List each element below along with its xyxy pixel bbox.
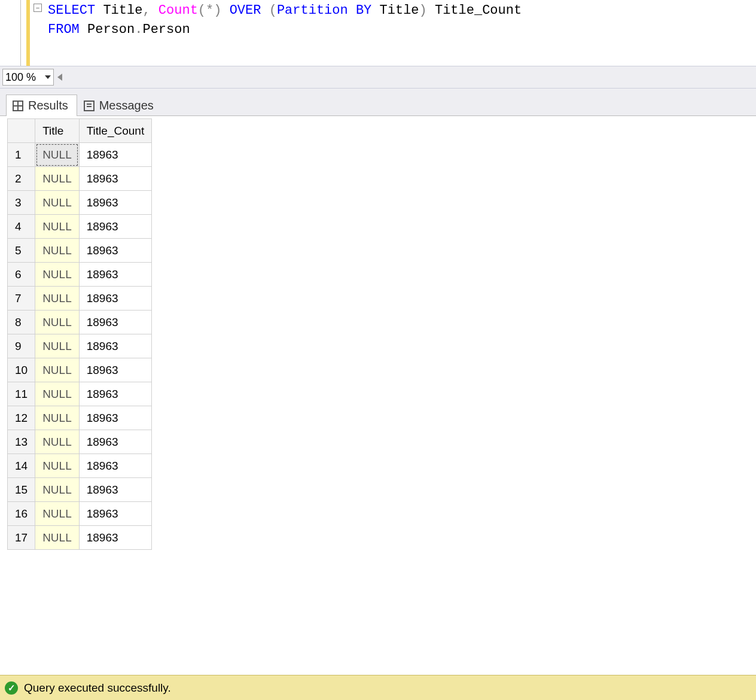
cell-title[interactable]: NULL [35, 143, 80, 167]
col-header-title[interactable]: Title [35, 119, 80, 143]
row-number[interactable]: 5 [8, 239, 35, 263]
table-row[interactable]: 17NULL18963 [8, 526, 152, 550]
kw-over: OVER [221, 3, 269, 18]
row-number[interactable]: 6 [8, 263, 35, 287]
row-number[interactable]: 10 [8, 358, 35, 382]
paren: ( [269, 3, 277, 18]
row-number[interactable]: 16 [8, 502, 35, 526]
cell-count[interactable]: 18963 [79, 311, 151, 334]
cell-title[interactable]: NULL [35, 287, 80, 311]
row-number[interactable]: 3 [8, 191, 35, 215]
cell-count[interactable]: 18963 [79, 334, 151, 358]
result-tabs: Results Messages [0, 89, 756, 116]
dot: . [135, 22, 142, 37]
chevron-down-icon [45, 75, 51, 79]
table-row[interactable]: 7NULL18963 [8, 287, 152, 311]
table-row[interactable]: 4NULL18963 [8, 215, 152, 239]
cell-title[interactable]: NULL [35, 526, 80, 550]
cell-title[interactable]: NULL [35, 478, 80, 502]
cell-title[interactable]: NULL [35, 502, 80, 526]
cell-title[interactable]: NULL [35, 430, 80, 454]
sql-editor[interactable]: − SELECT Title, Count(*) OVER (Partition… [0, 0, 756, 66]
zoom-dropdown[interactable]: 100 % [2, 69, 54, 86]
row-number[interactable]: 2 [8, 167, 35, 191]
cell-count[interactable]: 18963 [79, 526, 151, 550]
table-row[interactable]: 3NULL18963 [8, 191, 152, 215]
row-number[interactable]: 11 [8, 382, 35, 406]
table-row[interactable]: 10NULL18963 [8, 358, 152, 382]
cell-title[interactable]: NULL [35, 382, 80, 406]
grid-icon [13, 101, 23, 111]
cell-title[interactable]: NULL [35, 215, 80, 239]
cell-count[interactable]: 18963 [79, 167, 151, 191]
kw-from: FROM [48, 22, 80, 37]
fold-toggle-icon[interactable]: − [33, 4, 42, 12]
cell-count[interactable]: 18963 [79, 215, 151, 239]
table-row[interactable]: 14NULL18963 [8, 454, 152, 478]
paren: ) [419, 3, 427, 18]
row-number[interactable]: 1 [8, 143, 35, 167]
tab-results[interactable]: Results [6, 95, 77, 116]
cell-title[interactable]: NULL [35, 239, 80, 263]
row-number[interactable]: 7 [8, 287, 35, 311]
kw-by: BY [356, 3, 371, 18]
col-title: Title [95, 3, 142, 18]
paren: ) [214, 3, 221, 18]
table-row[interactable]: 16NULL18963 [8, 502, 152, 526]
cell-count[interactable]: 18963 [79, 502, 151, 526]
table-row[interactable]: 15NULL18963 [8, 478, 152, 502]
table-row[interactable]: 1NULL18963 [8, 143, 152, 167]
cell-title[interactable]: NULL [35, 191, 80, 215]
rownum-header[interactable] [8, 119, 35, 143]
row-number[interactable]: 13 [8, 430, 35, 454]
cell-count[interactable]: 18963 [79, 430, 151, 454]
status-message: Query executed successfully. [24, 681, 171, 695]
cell-count[interactable]: 18963 [79, 478, 151, 502]
row-number[interactable]: 14 [8, 454, 35, 478]
table-row[interactable]: 13NULL18963 [8, 430, 152, 454]
cell-count[interactable]: 18963 [79, 454, 151, 478]
cell-count[interactable]: 18963 [79, 358, 151, 382]
cell-count[interactable]: 18963 [79, 239, 151, 263]
star: * [206, 3, 214, 18]
object: Person [142, 22, 190, 37]
cell-title[interactable]: NULL [35, 311, 80, 334]
row-number[interactable]: 9 [8, 334, 35, 358]
zoom-bar: 100 % [0, 66, 756, 89]
table-row[interactable]: 2NULL18963 [8, 167, 152, 191]
comma: , [142, 3, 150, 18]
cell-count[interactable]: 18963 [79, 263, 151, 287]
cell-count[interactable]: 18963 [79, 287, 151, 311]
cell-title[interactable]: NULL [35, 358, 80, 382]
cell-count[interactable]: 18963 [79, 406, 151, 430]
tab-messages[interactable]: Messages [77, 95, 163, 116]
cell-title[interactable]: NULL [35, 263, 80, 287]
cell-count[interactable]: 18963 [79, 143, 151, 167]
col-title2: Title [371, 3, 419, 18]
code-area[interactable]: SELECT Title, Count(*) OVER (Partition B… [30, 0, 756, 66]
col-header-count[interactable]: Title_Count [79, 119, 151, 143]
row-number[interactable]: 15 [8, 478, 35, 502]
results-pane[interactable]: Title Title_Count 1NULL189632NULL189633N… [0, 116, 756, 675]
status-bar: ✓ Query executed successfully. [0, 675, 756, 700]
table-row[interactable]: 5NULL18963 [8, 239, 152, 263]
cell-title[interactable]: NULL [35, 167, 80, 191]
cell-title[interactable]: NULL [35, 454, 80, 478]
cell-count[interactable]: 18963 [79, 191, 151, 215]
row-number[interactable]: 17 [8, 526, 35, 550]
table-row[interactable]: 12NULL18963 [8, 406, 152, 430]
cell-title[interactable]: NULL [35, 334, 80, 358]
tab-messages-label: Messages [99, 99, 154, 112]
scroll-left-icon[interactable] [57, 74, 62, 81]
table-row[interactable]: 8NULL18963 [8, 311, 152, 334]
table-row[interactable]: 6NULL18963 [8, 263, 152, 287]
cell-title[interactable]: NULL [35, 406, 80, 430]
row-number[interactable]: 12 [8, 406, 35, 430]
results-table[interactable]: Title Title_Count 1NULL189632NULL189633N… [7, 118, 152, 550]
table-row[interactable]: 11NULL18963 [8, 382, 152, 406]
alias: Title_Count [427, 3, 522, 18]
row-number[interactable]: 4 [8, 215, 35, 239]
cell-count[interactable]: 18963 [79, 382, 151, 406]
row-number[interactable]: 8 [8, 311, 35, 334]
table-row[interactable]: 9NULL18963 [8, 334, 152, 358]
